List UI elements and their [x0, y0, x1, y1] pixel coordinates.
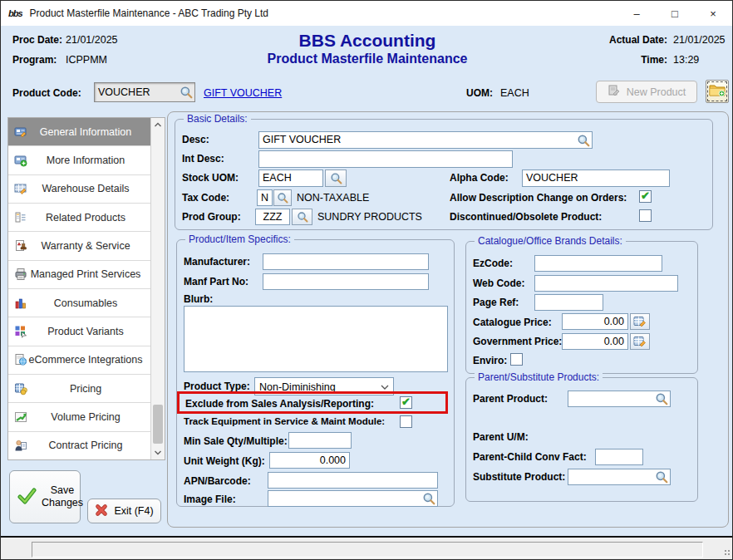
alpha-code-input[interactable]: VOUCHER — [522, 169, 670, 187]
new-product-button[interactable]: New Product — [596, 81, 697, 103]
image-file-search-icon[interactable] — [422, 492, 435, 505]
track-equipment-checkbox[interactable] — [400, 415, 412, 428]
prod-group-search-button[interactable] — [292, 209, 312, 225]
catalogue-details-legend: Catalogue/Office Brands Details: — [475, 235, 626, 247]
ezcode-label: EzCode: — [473, 258, 513, 269]
allow-description-change-label: Allow Description Change on Orders: — [450, 192, 627, 204]
consumables-icon — [14, 297, 27, 310]
product-type-label: Product Type: — [184, 381, 250, 392]
allow-description-change-checkbox[interactable] — [639, 190, 652, 203]
ecommerce-integrations-icon — [14, 353, 27, 366]
sidebar-item-consumables[interactable]: Consumables — [8, 289, 151, 317]
time-value: 13:29 — [667, 54, 727, 66]
exit-button[interactable]: Exit (F4) — [87, 499, 161, 523]
save-changes-button[interactable]: Save Changes — [9, 470, 81, 523]
alpha-code-label: Alpha Code: — [450, 172, 509, 184]
ezcode-input[interactable] — [534, 255, 662, 272]
desc-input[interactable]: GIFT VOUCHER — [258, 131, 593, 149]
page-ref-input[interactable] — [534, 294, 603, 311]
sidebar-item-managed-print-services[interactable]: Managed Print Services — [8, 261, 151, 289]
parent-substitute-legend: Parent/Substitute Products: — [475, 371, 603, 383]
statusbar — [1, 536, 733, 559]
catalogue-price-label: Catalogue Price: — [473, 317, 552, 328]
web-code-input[interactable] — [534, 275, 678, 292]
tax-code-search-button[interactable] — [273, 189, 292, 206]
sidebar-item-product-variants[interactable]: Product Variants — [8, 317, 151, 346]
scrollbar-thumb[interactable] — [153, 405, 163, 444]
uom-label: UOM: — [466, 87, 493, 99]
window-title: Product Masterfile Maintenance - ABC Tra… — [30, 7, 268, 19]
contract-pricing-icon — [14, 439, 27, 452]
sidebar-nav: General Information More Information War… — [7, 117, 165, 460]
image-file-input[interactable] — [268, 490, 438, 507]
enviro-checkbox[interactable] — [510, 353, 523, 366]
min-sale-qty-label: Min Sale Qty/Multiple: — [184, 435, 288, 447]
stock-uom-label: Stock UOM: — [182, 172, 239, 184]
exit-x-icon — [95, 504, 108, 519]
conv-fact-label: Parent-Child Conv Fact: — [473, 451, 587, 463]
sidebar-scrollbar[interactable] — [150, 118, 165, 459]
sidebar-item-ecommerce-integrations[interactable]: eCommerce Integrations — [8, 346, 151, 375]
catalogue-price-input[interactable]: 0.00 — [562, 313, 628, 330]
exclude-sales-checkbox[interactable] — [400, 396, 412, 409]
manufacturer-input[interactable] — [263, 253, 429, 270]
stock-uom-input[interactable]: EACH — [258, 169, 323, 187]
tax-code-input[interactable]: N — [257, 189, 273, 206]
chevron-down-icon — [381, 385, 389, 390]
actual-date-value: 21/01/2025 — [667, 34, 727, 46]
parent-product-input[interactable] — [568, 391, 671, 407]
close-button[interactable]: × — [694, 1, 732, 26]
government-price-input[interactable]: 0.00 — [562, 333, 628, 350]
product-description-link[interactable]: GIFT VOUCHER — [204, 87, 282, 99]
prod-group-description: SUNDRY PRODUCTS — [317, 211, 422, 223]
sidebar-item-contract-pricing[interactable]: Contract Pricing — [8, 432, 151, 459]
maximize-button[interactable]: □ — [656, 1, 694, 26]
image-file-label: Image File: — [184, 494, 236, 505]
stock-uom-search-button[interactable] — [325, 169, 347, 187]
government-price-edit-button[interactable] — [630, 333, 650, 350]
titlebar: bbs Product Masterfile Maintenance - ABC… — [1, 1, 732, 26]
conv-fact-input[interactable] — [595, 449, 643, 465]
sidebar-item-volume-pricing[interactable]: Volume Pricing — [8, 403, 151, 431]
folder-add-icon — [709, 83, 726, 101]
resize-grip-icon[interactable] — [723, 548, 731, 557]
substitute-product-input[interactable] — [568, 469, 671, 485]
manufacturer-label: Manufacturer: — [184, 256, 250, 268]
scroll-down-icon[interactable] — [151, 445, 165, 459]
substitute-product-search-icon[interactable] — [655, 470, 668, 484]
parent-product-search-icon[interactable] — [655, 392, 668, 405]
product-code-input[interactable]: VOUCHER — [94, 82, 195, 102]
parent-um-label: Parent U/M: — [473, 431, 529, 443]
open-folder-button[interactable] — [706, 80, 729, 103]
sidebar-item-warranty-service[interactable]: Warranty & Service — [8, 232, 151, 260]
related-products-icon — [14, 211, 27, 224]
parent-product-label: Parent Product: — [473, 393, 548, 405]
minimize-button[interactable]: – — [617, 1, 656, 26]
product-type-select[interactable]: Non-Diminishing — [254, 377, 394, 395]
blurb-label: Blurb: — [184, 293, 213, 305]
sidebar-item-more-information[interactable]: More Information — [8, 146, 151, 174]
window-controls: – □ × — [617, 1, 732, 26]
min-sale-qty-input[interactable] — [288, 432, 352, 449]
discontinued-checkbox[interactable] — [639, 209, 652, 222]
desc-search-icon[interactable] — [577, 134, 590, 147]
apn-barcode-input[interactable] — [268, 472, 438, 489]
manf-part-no-input[interactable] — [263, 273, 429, 290]
blurb-textarea[interactable] — [184, 306, 448, 372]
unit-weight-input[interactable]: 0.000 — [269, 452, 350, 469]
exclude-sales-label: Exclude from Sales Analysis/Reporting: — [185, 398, 374, 410]
sidebar-item-related-products[interactable]: Related Products — [8, 204, 151, 232]
product-code-search-icon[interactable] — [180, 86, 193, 99]
prod-group-label: Prod Group: — [182, 211, 241, 223]
sidebar-item-warehouse-details[interactable]: Warehouse Details — [8, 175, 151, 204]
catalogue-price-edit-button[interactable] — [630, 313, 650, 330]
sidebar-item-pricing[interactable]: Pricing — [8, 375, 151, 403]
scroll-up-icon[interactable] — [151, 118, 165, 132]
product-item-specifics-group: Product/Item Specifics: Manufacturer: Ma… — [176, 239, 455, 507]
product-variants-icon — [14, 325, 27, 338]
int-desc-input[interactable] — [258, 150, 513, 168]
prod-group-input[interactable]: ZZZ — [255, 209, 290, 225]
window-content: Proc Date: 21/01/2025 Program: ICPPMM BB… — [1, 26, 733, 538]
track-equipment-label: Track Equipment in Service & Maint Modul… — [184, 416, 385, 426]
sidebar-item-general-information[interactable]: General Information — [8, 118, 151, 146]
